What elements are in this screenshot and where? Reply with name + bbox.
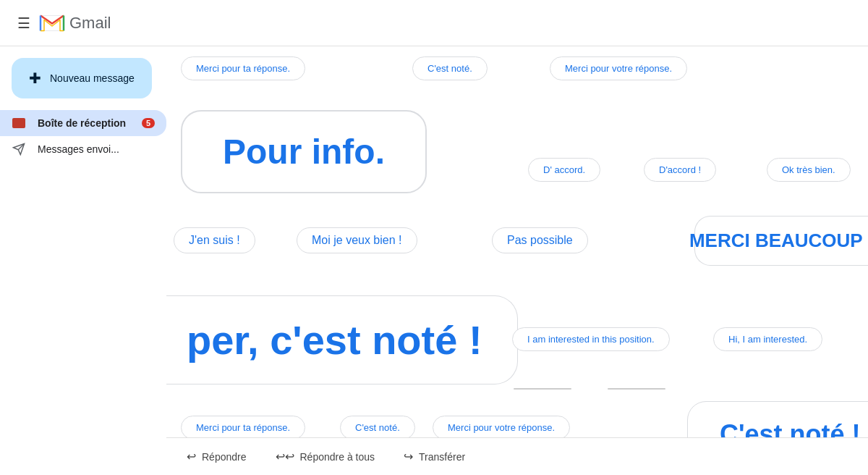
- chip-ok-tres-bien[interactable]: Ok très bien.: [767, 158, 851, 182]
- smart-replies-area: Merci pour ta réponse. C'est noté. Merci…: [166, 46, 868, 475]
- chip-merci-ta-2[interactable]: Merci pour ta réponse.: [181, 416, 305, 440]
- forward-icon: ↪: [404, 450, 413, 463]
- messages-label: Messages envoi...: [38, 143, 119, 155]
- chip-jen-suis[interactable]: J'en suis !: [174, 227, 255, 253]
- gmail-title: Gmail: [69, 14, 111, 33]
- chip-i-am-interested[interactable]: I am interested in this position.: [512, 327, 670, 351]
- sent-icon: [12, 142, 26, 156]
- chip-hi-i-am[interactable]: Hi, I am interested.: [713, 327, 822, 351]
- main-content: Merci pour ta réponse. C'est noté. Merci…: [166, 46, 868, 475]
- divider-2: [608, 388, 665, 390]
- reply-all-button[interactable]: ↩↩ Répondre à tous: [261, 442, 390, 471]
- inbox-badge: 5: [142, 118, 155, 128]
- sidebar-item-sent[interactable]: Messages envoi...: [0, 136, 166, 162]
- chip-super-cest-note[interactable]: per, c'est noté !: [166, 295, 518, 384]
- inbox-label: Boîte de réception: [38, 117, 126, 129]
- top-bar: ☰ Gmail: [0, 0, 868, 46]
- chip-merci-votre-1[interactable]: Merci pour votre réponse.: [550, 56, 687, 80]
- reply-button[interactable]: ↩ Répondre: [172, 442, 261, 471]
- inbox-icon: [12, 116, 26, 130]
- forward-label: Transférer: [419, 451, 465, 463]
- compose-plus-icon: ✚: [29, 70, 41, 87]
- chip-pour-info[interactable]: Pour info.: [181, 110, 427, 193]
- chip-merci-beaucoup[interactable]: MERCI BEAUCOUP !: [694, 216, 868, 266]
- reply-icon: ↩: [187, 450, 196, 463]
- compose-button[interactable]: ✚ Nouveau message: [12, 58, 152, 98]
- chip-pas-possible[interactable]: Pas possible: [492, 227, 588, 253]
- compose-label: Nouveau message: [50, 72, 135, 84]
- chip-merci-reponse-1[interactable]: Merci pour ta réponse.: [181, 56, 305, 80]
- forward-button[interactable]: ↪ Transférer: [389, 442, 480, 471]
- chip-cest-note-2[interactable]: C'est noté.: [340, 416, 415, 440]
- action-bar: ↩ Répondre ↩↩ Répondre à tous ↪ Transfér…: [166, 437, 868, 475]
- chip-daccord-soft[interactable]: D' accord.: [528, 158, 600, 182]
- sidebar-item-inbox[interactable]: Boîte de réception 5: [0, 110, 166, 136]
- menu-icon[interactable]: ☰: [12, 9, 36, 38]
- chip-merci-votre-2[interactable]: Merci pour votre réponse.: [433, 416, 570, 440]
- reply-all-icon: ↩↩: [276, 450, 294, 463]
- chip-moi-je-veux[interactable]: Moi je veux bien !: [297, 227, 417, 253]
- divider-1: [514, 388, 571, 390]
- gmail-m-icon: [39, 10, 65, 36]
- chip-cest-note-1[interactable]: C'est noté.: [412, 56, 488, 80]
- gmail-logo: Gmail: [39, 10, 111, 36]
- chip-daccord-excl[interactable]: D'accord !: [644, 158, 716, 182]
- sidebar: ✚ Nouveau message Boîte de réception 5 M…: [0, 46, 166, 475]
- reply-label: Répondre: [202, 451, 247, 463]
- reply-all-label: Répondre à tous: [300, 451, 375, 463]
